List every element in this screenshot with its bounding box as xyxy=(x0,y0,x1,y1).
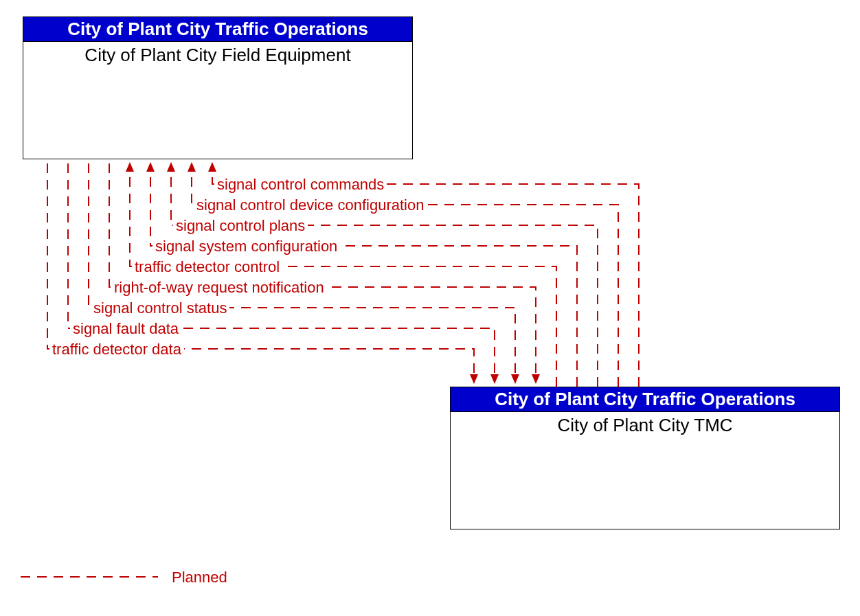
flow-label-traffic-detector-data: traffic detector data xyxy=(49,341,184,358)
node-field-equipment: City of Plant City Traffic Operations Ci… xyxy=(23,16,413,159)
diagram-canvas: City of Plant City Traffic Operations Ci… xyxy=(0,0,860,616)
flow-label-right-of-way-request-notification: right-of-way request notification xyxy=(111,279,327,297)
flow-label-signal-control-commands: signal control commands xyxy=(214,176,387,194)
node-tmc: City of Plant City Traffic Operations Ci… xyxy=(450,387,840,529)
node-field-equipment-header: City of Plant City Traffic Operations xyxy=(23,17,412,42)
flow-label-traffic-detector-control: traffic detector control xyxy=(132,258,282,276)
legend-planned-label: Planned xyxy=(172,569,227,586)
flow-label-signal-control-device-configuration: signal control device configuration xyxy=(194,196,427,214)
node-tmc-header: City of Plant City Traffic Operations xyxy=(451,387,839,412)
flow-label-signal-control-status: signal control status xyxy=(91,299,229,317)
flow-label-signal-control-plans: signal control plans xyxy=(173,217,308,235)
node-tmc-body: City of Plant City TMC xyxy=(451,412,839,436)
flow-label-signal-fault-data: signal fault data xyxy=(70,320,181,338)
node-field-equipment-body: City of Plant City Field Equipment xyxy=(23,42,412,66)
flow-label-signal-system-configuration: signal system configuration xyxy=(152,238,340,255)
